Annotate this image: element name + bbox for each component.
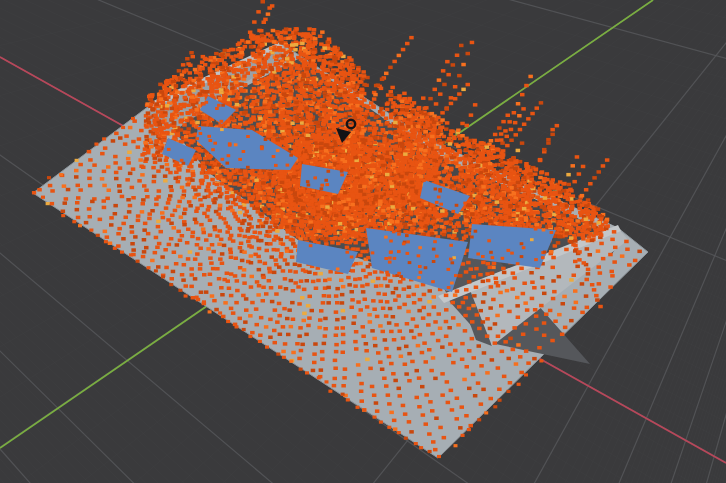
3d-viewport[interactable] <box>0 0 726 483</box>
scene-canvas <box>0 0 726 483</box>
